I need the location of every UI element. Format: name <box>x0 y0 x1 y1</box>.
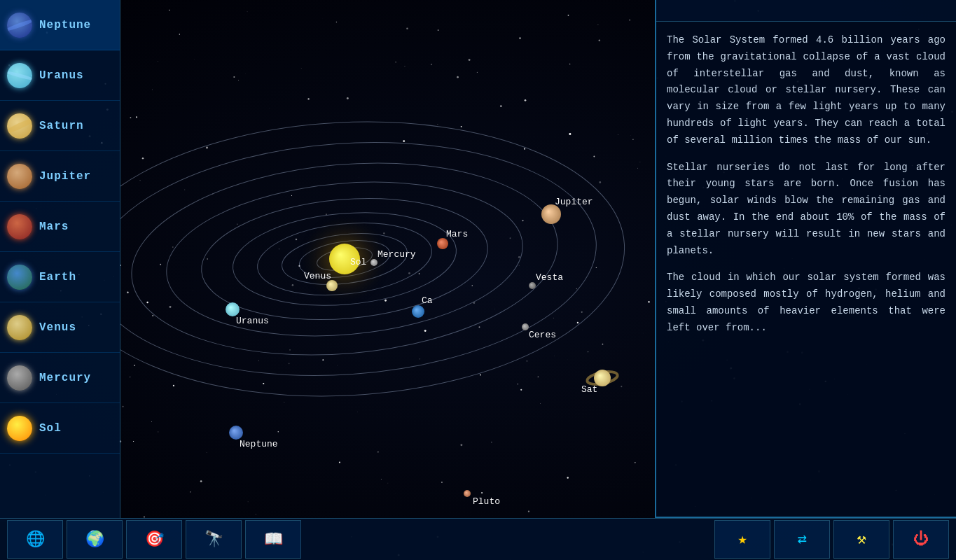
info-panel-content[interactable]: The Solar System formed 4.6 billion year… <box>656 22 956 358</box>
sidebar: NeptuneUranusSaturnJupiterMarsEarthVenus… <box>0 0 120 522</box>
neptune-icon <box>7 13 32 38</box>
toolbar-left: 🌐🌍🎯🔭📖 <box>0 520 301 559</box>
toolbar-globe-button[interactable]: 🌐 <box>7 520 63 559</box>
sidebar-item-neptune[interactable]: Neptune <box>0 0 120 50</box>
sol-icon <box>7 416 32 441</box>
saturn-label: Saturn <box>39 120 84 132</box>
toolbar-book-button[interactable]: 📖 <box>245 520 301 559</box>
info-paragraph: The cloud in which our solar system form… <box>667 270 945 336</box>
sidebar-item-mercury[interactable]: Mercury <box>0 353 120 403</box>
solar-system-canvas[interactable] <box>120 0 655 518</box>
sidebar-item-earth[interactable]: Earth <box>0 252 120 302</box>
uranus-icon <box>7 63 32 88</box>
toolbar-gauge-button[interactable]: 🔭 <box>186 520 242 559</box>
saturn-icon <box>7 113 32 139</box>
toolbar-target-button[interactable]: 🎯 <box>126 520 182 559</box>
app: NeptuneUranusSaturnJupiterMarsEarthVenus… <box>0 0 956 560</box>
mercury-label: Mercury <box>39 372 91 384</box>
earth-icon <box>7 265 32 290</box>
sidebar-item-sol[interactable]: Sol <box>0 403 120 454</box>
venus-icon <box>7 315 32 340</box>
jupiter-label: Jupiter <box>39 170 91 183</box>
toolbar-share-button[interactable]: ⇄ <box>774 520 830 559</box>
earth-label: Earth <box>39 271 76 284</box>
jupiter-icon <box>7 164 32 189</box>
mercury-icon <box>7 365 32 391</box>
info-paragraph: The Solar System formed 4.6 billion year… <box>667 32 945 149</box>
toolbar-tools-button[interactable]: ⚒ <box>833 520 889 559</box>
sol-label: Sol <box>39 422 62 435</box>
sidebar-item-venus[interactable]: Venus <box>0 302 120 353</box>
toolbar-star-button[interactable]: ★ <box>714 520 770 559</box>
toolbar-right: ★⇄⚒⏻ <box>714 520 956 559</box>
mars-icon <box>7 214 32 239</box>
info-panel-title <box>656 0 956 22</box>
toolbar: 🌐🌍🎯🔭📖 ★⇄⚒⏻ <box>0 518 956 560</box>
sidebar-item-jupiter[interactable]: Jupiter <box>0 151 120 202</box>
mars-label: Mars <box>39 220 69 233</box>
sidebar-item-saturn[interactable]: Saturn <box>0 101 120 151</box>
info-paragraph: Stellar nurseries do not last for long a… <box>667 160 945 260</box>
sidebar-item-uranus[interactable]: Uranus <box>0 50 120 101</box>
toolbar-power-button[interactable]: ⏻ <box>893 520 949 559</box>
info-panel: The Solar System formed 4.6 billion year… <box>655 0 956 518</box>
venus-label: Venus <box>39 321 76 334</box>
toolbar-globe2-button[interactable]: 🌍 <box>67 520 123 559</box>
neptune-label: Neptune <box>39 19 91 31</box>
sidebar-item-mars[interactable]: Mars <box>0 202 120 252</box>
uranus-label: Uranus <box>39 69 84 82</box>
